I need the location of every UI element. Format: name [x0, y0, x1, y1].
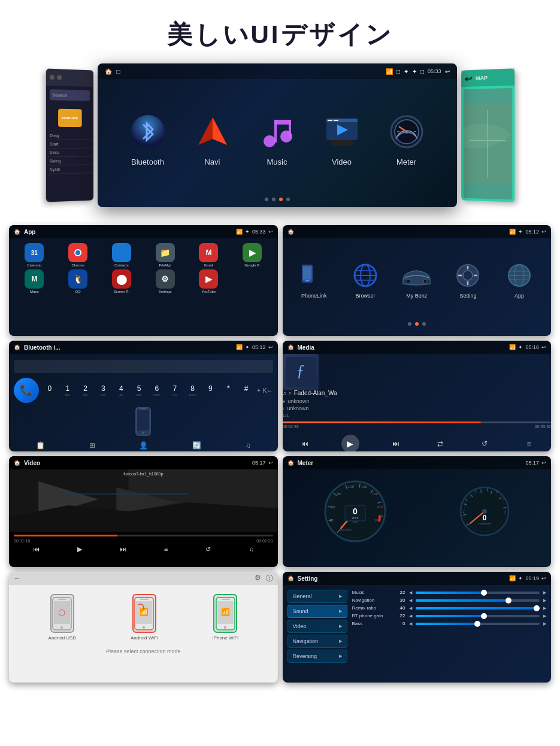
app-screenrec[interactable]: ⬤ Screen R.	[101, 269, 143, 293]
slider-bt-track[interactable]	[416, 615, 540, 617]
bt-plus[interactable]: +	[257, 387, 261, 394]
nav-increase[interactable]: ▶	[543, 598, 546, 603]
home-btn6[interactable]: 🏠	[287, 460, 294, 466]
back-m[interactable]: ↩	[541, 229, 546, 235]
bt-num-7[interactable]: 7 TUV	[167, 384, 183, 396]
pl-back-btn[interactable]: ←	[14, 574, 21, 583]
setting-menu-general[interactable]: General ▶	[287, 590, 347, 603]
video-play-btn[interactable]: ▶	[77, 545, 82, 553]
bt-num-8[interactable]: 8 WXYZ	[184, 384, 201, 396]
video-next-btn[interactable]: ⏭	[120, 545, 126, 553]
home-btn2[interactable]: 🏠	[287, 229, 294, 235]
bt-num-1[interactable]: 1 ABC	[59, 384, 76, 396]
app-calendar[interactable]: 31 Calendar	[14, 243, 55, 267]
media-repeat-btn[interactable]: ↺	[477, 438, 492, 450]
bt-num-star[interactable]: *	[220, 384, 237, 396]
bt-num-4[interactable]: 4 JKL	[113, 384, 129, 396]
media-prev-btn[interactable]: ⏮	[297, 438, 313, 450]
media-next-btn[interactable]: ⏭	[388, 438, 404, 450]
bt-send-button[interactable]: 📞	[14, 378, 39, 403]
bass-decrease[interactable]: ◀	[409, 621, 412, 626]
home-icon[interactable]: 🏠	[105, 68, 112, 75]
menu-app[interactable]: App	[503, 262, 536, 299]
bt-grid-icon[interactable]: ⊞	[89, 441, 95, 450]
pl-gear-icon[interactable]: ⚙	[255, 574, 261, 584]
bt-contacts-icon[interactable]: 👤	[139, 441, 148, 450]
left-menu-secu[interactable]: Secu	[46, 148, 93, 157]
back-set[interactable]: ↩	[541, 575, 546, 581]
home-btn3[interactable]: 🏠	[14, 344, 20, 350]
hero-app-music[interactable]: Music	[256, 111, 298, 166]
back-med[interactable]: ↩	[541, 344, 546, 350]
bt-backspace[interactable]: K←	[263, 387, 273, 394]
bt-input-display[interactable]	[14, 360, 273, 373]
hero-app-video[interactable]: Video	[321, 111, 363, 166]
bt-num-2[interactable]: 2 DEF	[77, 384, 94, 396]
left-menu-syste[interactable]: Syste	[46, 165, 93, 174]
back-s[interactable]: ↩	[268, 229, 273, 235]
bt-num-5[interactable]: 5 MNO	[131, 384, 147, 396]
home-btn4[interactable]: 🏠	[287, 344, 294, 350]
rp-back[interactable]: ↩	[464, 72, 472, 84]
bt-num-3[interactable]: 3 GHI	[95, 384, 111, 396]
app-contacts[interactable]: 👤 Contacts	[101, 243, 143, 267]
bt-decrease[interactable]: ◀	[409, 614, 412, 618]
setting-menu-video[interactable]: Video ▶	[287, 620, 347, 633]
video-sound-btn[interactable]: ♫	[249, 545, 254, 553]
bt-num-hash[interactable]: #	[238, 384, 255, 396]
back-vid[interactable]: ↩	[268, 460, 273, 466]
slider-nav-track[interactable]	[416, 599, 540, 602]
music-increase[interactable]: ▶	[543, 590, 546, 595]
video-list-btn[interactable]: ≡	[164, 545, 168, 553]
setting-menu-navigation[interactable]: Navigation ▶	[287, 635, 347, 648]
media-shuffle-btn[interactable]: ⇄	[432, 438, 448, 450]
back-mtr[interactable]: ↩	[541, 460, 546, 466]
bt-increase[interactable]: ▶	[543, 614, 546, 618]
hero-app-navi[interactable]: Navi	[192, 111, 234, 166]
video-prev-btn[interactable]: ⏮	[33, 545, 40, 553]
menu-mybenz[interactable]: My Benz	[400, 262, 433, 299]
remix-increase[interactable]: ▶	[543, 606, 546, 611]
bt-refresh-icon[interactable]: 🔄	[192, 441, 201, 450]
back-bt[interactable]: ↩	[268, 344, 273, 350]
left-menu-start[interactable]: Start	[46, 140, 93, 148]
bt-music-icon[interactable]: ♫	[246, 441, 251, 450]
bt-num-0[interactable]: 0	[41, 384, 58, 396]
slider-bass-track[interactable]	[416, 623, 540, 625]
video-progress-bar[interactable]	[14, 535, 273, 536]
bt-copy-icon[interactable]: 📋	[36, 441, 45, 450]
nav-decrease[interactable]: ◀	[409, 598, 412, 603]
app-filemanager[interactable]: 📁 FileMgr	[144, 243, 186, 267]
left-search-bar[interactable]: Search	[49, 89, 89, 101]
music-decrease[interactable]: ◀	[409, 590, 412, 595]
setting-menu-sound[interactable]: Sound ▶	[287, 605, 347, 618]
remix-decrease[interactable]: ◀	[409, 606, 412, 611]
app-gmail[interactable]: M Gmail	[188, 243, 229, 267]
bass-increase[interactable]: ▶	[543, 621, 546, 626]
menu-browser[interactable]: Browser	[349, 262, 382, 299]
left-menu-going[interactable]: Going	[46, 157, 93, 166]
home-btn5[interactable]: 🏠	[14, 460, 20, 466]
left-menu-drag[interactable]: Drag	[46, 132, 93, 140]
media-play-btn[interactable]: ▶	[341, 435, 359, 451]
home-btn[interactable]: 🏠	[14, 229, 20, 235]
pl-info-icon[interactable]: ⓘ	[266, 574, 273, 584]
home-btn8[interactable]: 🏠	[287, 575, 294, 581]
menu-setting[interactable]: Setting	[452, 262, 485, 299]
hero-app-bluetooth[interactable]: Bluetooth	[127, 111, 169, 166]
media-list-btn[interactable]: ≡	[521, 438, 537, 450]
app-qq[interactable]: 🐧 QQ	[57, 269, 99, 293]
menu-phonelink[interactable]: PhoneLink	[298, 262, 331, 299]
app-maps[interactable]: M Maps	[14, 269, 55, 293]
bt-num-6[interactable]: 6 PQRS	[149, 384, 165, 396]
app-googleplay[interactable]: ▶ Google P.	[232, 243, 273, 267]
setting-menu-reversing[interactable]: Reversing ▶	[287, 650, 347, 663]
app-settings[interactable]: ⚙ Settings	[144, 269, 186, 293]
video-repeat-btn[interactable]: ↺	[205, 545, 211, 553]
app-youtube[interactable]: ▶ YouTube	[188, 269, 229, 293]
slider-music-track[interactable]	[416, 592, 540, 594]
slider-remix-track[interactable]	[416, 607, 540, 609]
bt-num-9[interactable]: 9	[202, 384, 219, 396]
hero-app-meter[interactable]: Meter	[386, 111, 428, 166]
app-chrome[interactable]: Chrome	[57, 243, 99, 267]
